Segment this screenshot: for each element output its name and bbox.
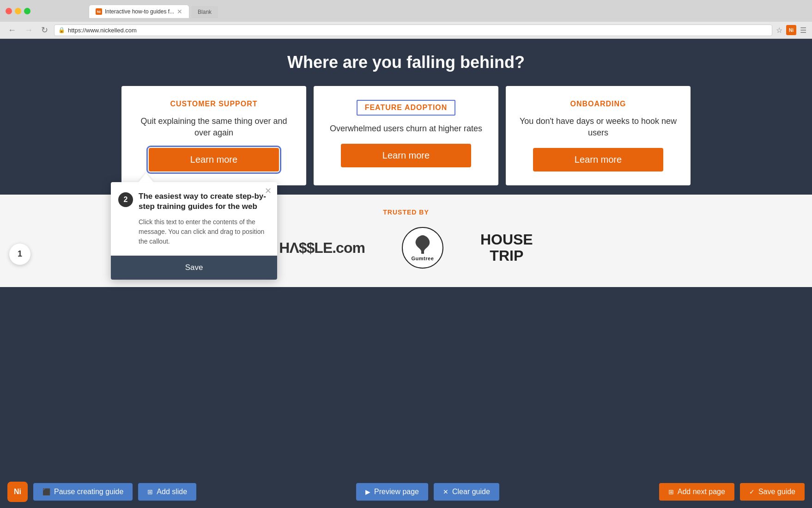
clear-guide-button[interactable]: ✕ Clear guide bbox=[434, 483, 499, 501]
preview-page-button[interactable]: ▶ Preview page bbox=[356, 483, 428, 501]
save-guide-icon: ✓ bbox=[749, 488, 755, 496]
callout-wrapper: 2 The easiest way to create step-by-step… bbox=[111, 173, 277, 280]
card-onboarding: ONBOARDING You don't have days or weeks … bbox=[506, 86, 691, 185]
lock-icon: 🔒 bbox=[58, 27, 65, 33]
learn-more-feature-adoption[interactable]: Learn more bbox=[341, 144, 471, 167]
callout-header: 2 The easiest way to create step-by-step… bbox=[111, 182, 277, 217]
save-guide-button[interactable]: ✓ Save guide bbox=[740, 483, 805, 501]
callout-arrow bbox=[139, 173, 153, 182]
card-feature-adoption: FEATURE ADOPTION Overwhelmed users churn… bbox=[314, 86, 498, 185]
bookmark-icon[interactable]: ☆ bbox=[776, 26, 782, 35]
toolbar-center: ▶ Preview page ✕ Clear guide bbox=[356, 483, 499, 501]
add-next-label: Add next page bbox=[678, 488, 725, 496]
reload-button[interactable]: ↻ bbox=[39, 24, 50, 36]
learn-more-onboarding[interactable]: Learn more bbox=[533, 148, 663, 171]
nickelled-extension-btn[interactable]: Ni bbox=[786, 25, 796, 35]
minimize-window-btn[interactable] bbox=[15, 8, 21, 14]
browser-titlebar: Ni Interactive how-to guides f... ✕ Blan… bbox=[0, 0, 812, 22]
active-tab[interactable]: Ni Interactive how-to guides f... ✕ bbox=[89, 5, 189, 18]
preview-label: Preview page bbox=[374, 488, 419, 496]
gumtree-text: Gumtree bbox=[412, 256, 434, 261]
add-slide-icon: ⊞ bbox=[147, 488, 153, 496]
clear-label: Clear guide bbox=[452, 488, 490, 496]
callout-body[interactable]: Click this text to enter the contents of… bbox=[111, 217, 277, 256]
card-customer-support: CUSTOMER SUPPORT Quit explaining the sam… bbox=[121, 86, 306, 185]
callout-step-badge: 2 bbox=[118, 192, 133, 207]
pause-icon: ⬛ bbox=[42, 488, 50, 496]
card-desc-feature-adoption: Overwhelmed users churn at higher rates bbox=[330, 123, 482, 135]
address-bar-row: ← → ↻ 🔒 https://www.nickelled.com ☆ Ni ☰ bbox=[0, 22, 812, 38]
maximize-window-btn[interactable] bbox=[24, 8, 30, 14]
browser-actions: ☆ Ni ☰ bbox=[776, 25, 806, 35]
callout-box: 2 The easiest way to create step-by-step… bbox=[111, 182, 277, 280]
tab-bar: Ni Interactive how-to guides f... ✕ Blan… bbox=[61, 5, 246, 18]
pause-label: Pause creating guide bbox=[54, 488, 123, 496]
learn-more-customer-support[interactable]: Learn more bbox=[149, 148, 279, 171]
tab-favicon: Ni bbox=[96, 8, 102, 15]
tab-close-icon[interactable]: ✕ bbox=[177, 8, 182, 15]
card-label-customer-support: CUSTOMER SUPPORT bbox=[170, 100, 257, 108]
main-content: Where are you falling behind? CUSTOMER S… bbox=[0, 39, 812, 195]
add-next-icon: ⊞ bbox=[668, 488, 674, 496]
save-guide-label: Save guide bbox=[758, 488, 795, 496]
callout-save-button[interactable]: Save bbox=[111, 256, 277, 280]
blank-tab[interactable]: Blank bbox=[191, 6, 218, 18]
url-text: https://www.nickelled.com bbox=[68, 27, 137, 34]
toolbar-right: ⊞ Add next page ✓ Save guide bbox=[659, 483, 805, 501]
menu-icon[interactable]: ☰ bbox=[800, 26, 806, 35]
tab-title: Interactive how-to guides f... bbox=[105, 8, 174, 15]
back-button[interactable]: ← bbox=[6, 24, 18, 36]
add-slide-button[interactable]: ⊞ Add slide bbox=[138, 483, 196, 501]
address-bar[interactable]: 🔒 https://www.nickelled.com bbox=[54, 24, 772, 36]
close-window-btn[interactable] bbox=[6, 8, 12, 14]
cards-row: CUSTOMER SUPPORT Quit explaining the sam… bbox=[9, 86, 803, 185]
traffic-lights bbox=[6, 8, 30, 14]
gumtree-logo: Gumtree bbox=[402, 227, 443, 269]
clear-icon: ✕ bbox=[443, 488, 448, 496]
card-label-onboarding: ONBOARDING bbox=[570, 100, 626, 108]
svg-rect-0 bbox=[421, 251, 424, 254]
housetrip-logo: HOUSETRIP bbox=[480, 232, 533, 264]
ni-logo-button[interactable]: Ni bbox=[7, 482, 28, 502]
pause-creating-guide-button[interactable]: ⬛ Pause creating guide bbox=[33, 483, 133, 501]
step-circle: 1 bbox=[9, 244, 30, 265]
page-heading: Where are you falling behind? bbox=[9, 53, 803, 72]
housetrip-text: HOUSETRIP bbox=[480, 232, 533, 264]
browser-chrome: Ni Interactive how-to guides f... ✕ Blan… bbox=[0, 0, 812, 39]
toolbar-left: Ni ⬛ Pause creating guide ⊞ Add slide bbox=[7, 482, 196, 502]
add-next-page-button[interactable]: ⊞ Add next page bbox=[659, 483, 734, 501]
bottom-toolbar: Ni ⬛ Pause creating guide ⊞ Add slide ▶ … bbox=[0, 476, 812, 508]
card-label-feature-adoption: FEATURE ADOPTION bbox=[357, 100, 456, 116]
gumtree-tree-icon bbox=[411, 234, 434, 255]
card-desc-customer-support: Quit explaining the same thing over and … bbox=[133, 116, 295, 139]
card-desc-onboarding: You don't have days or weeks to hook new… bbox=[517, 116, 679, 139]
add-slide-label: Add slide bbox=[157, 488, 187, 496]
callout-close-button[interactable]: ✕ bbox=[265, 187, 272, 195]
forward-button[interactable]: → bbox=[22, 24, 35, 36]
preview-icon: ▶ bbox=[365, 488, 370, 496]
callout-title[interactable]: The easiest way to create step-by-step t… bbox=[139, 191, 270, 212]
hassle-logo: HΛ$$LE.com bbox=[279, 239, 365, 257]
